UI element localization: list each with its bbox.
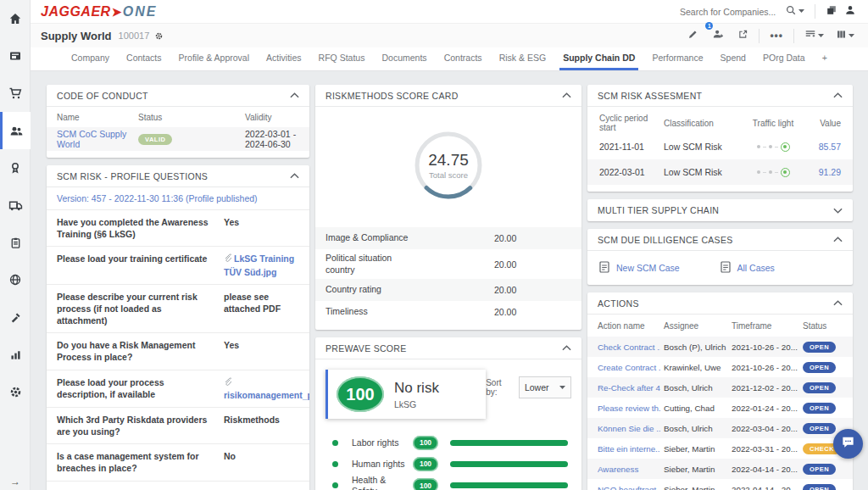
tab[interactable]: Spend — [717, 47, 749, 70]
tab[interactable]: Supply Chain DD — [559, 47, 638, 70]
collapse-chevron-icon[interactable] — [833, 300, 843, 306]
prewave-card: PREWAVE SCORE 100 No risk LkSG — [315, 337, 581, 490]
tab[interactable]: RFQ Status — [315, 47, 369, 70]
traffic-light-icon — [757, 142, 790, 152]
collapse-chevron-icon[interactable] — [562, 345, 571, 351]
collapse-chevron-icon[interactable] — [833, 92, 843, 98]
collapse-chevron-icon[interactable] — [290, 92, 299, 98]
assessment-value-link[interactable]: 91.29 — [806, 167, 841, 177]
column-validity: Validity — [245, 113, 299, 122]
category-label: Human rights — [352, 459, 413, 470]
chat-fab-button[interactable] — [833, 429, 863, 459]
sidebar-item-auctions[interactable] — [0, 298, 31, 336]
assign-user-button[interactable]: 1 — [709, 26, 727, 45]
answer-text: LkSG Training TÜV Süd.jpg — [224, 253, 294, 276]
title-gear-button[interactable] — [154, 31, 164, 41]
logo-one: ONE — [123, 4, 158, 19]
column-assignee: Assignee — [664, 321, 728, 331]
sort-select[interactable]: Lower — [519, 376, 571, 398]
collapse-chevron-icon[interactable] — [833, 237, 843, 242]
divider — [759, 29, 760, 43]
card-title: SCM RISK - PROFILE QUESTIONS — [57, 171, 208, 181]
cyclic-period: 2022-03-01 — [599, 167, 664, 177]
action-name-link[interactable]: Check Contract ... — [598, 342, 660, 352]
divider — [815, 4, 815, 19]
action-name-link[interactable]: Awareness — [598, 465, 660, 474]
score-row: Political situation country 20.00 — [315, 249, 581, 279]
assessment-value-link[interactable]: 85.57 — [806, 142, 841, 152]
action-name-link[interactable]: Re-Check after 4... — [598, 383, 660, 393]
expand-chevron-icon[interactable] — [833, 208, 843, 214]
case-link[interactable]: New SCM Case — [599, 261, 721, 275]
question-text: Have you completed the Awareness Trainin… — [57, 216, 214, 240]
tab[interactable]: Documents — [379, 47, 431, 70]
expand-sidebar-arrow[interactable]: → — [0, 476, 31, 487]
sidebar-item-dashboard[interactable] — [0, 37, 31, 75]
paperclip-icon — [224, 377, 231, 389]
coc-name-link[interactable]: SCM CoC Supply World — [57, 129, 138, 149]
collapse-chevron-icon[interactable] — [562, 92, 571, 98]
column-action-name: Action name — [598, 321, 660, 331]
tab-label: Company — [71, 53, 109, 63]
more-options-button[interactable]: ••• — [766, 28, 787, 43]
prewave-category-row: Labor rights 100 — [326, 432, 571, 453]
sidebar-item-contracts[interactable] — [0, 224, 31, 261]
category-score-bar — [450, 482, 568, 488]
chevron-down-icon — [798, 9, 804, 14]
tab[interactable]: Company — [68, 47, 113, 70]
tab[interactable]: Risk & ESG — [496, 47, 549, 70]
card-title: SCM DUE DILLIGENCE CASES — [598, 235, 733, 245]
pencil-icon — [687, 28, 698, 43]
question-text: Please describe your current risk proces… — [57, 291, 214, 327]
status-badge: OPEN — [803, 464, 836, 475]
card-title: ACTIONS — [598, 298, 639, 309]
collapse-chevron-icon[interactable] — [290, 173, 299, 179]
traffic-light-icon — [757, 168, 790, 177]
search-button[interactable] — [782, 3, 808, 21]
sidebar-item-logistics[interactable] — [0, 187, 31, 224]
sidebar-item-home[interactable] — [0, 0, 31, 37]
action-row: Check Contract ... Bosch (P), Ulrich 202… — [587, 337, 853, 357]
chat-bubble-icon — [841, 435, 855, 453]
card-title: PREWAVE SCORE — [326, 343, 407, 354]
tab[interactable]: Activities — [263, 47, 304, 70]
layout-menu-button[interactable] — [801, 26, 827, 45]
tab[interactable]: Contracts — [441, 47, 486, 70]
sidebar-item-settings[interactable] — [0, 373, 31, 410]
tab[interactable]: Profile & Approval — [175, 47, 253, 70]
action-name-link[interactable]: Bitte ein interne... — [598, 444, 660, 454]
tab[interactable]: Performance — [648, 47, 706, 70]
tab-label: Contacts — [126, 53, 161, 63]
right-column: SCM RISK ASSESMENT Cyclic period start C… — [587, 85, 853, 490]
tab[interactable]: POrg Data — [760, 47, 809, 70]
tab[interactable]: Contacts — [123, 47, 164, 70]
sidebar-item-global-sourcing[interactable] — [0, 261, 31, 298]
columns-view-button[interactable] — [832, 26, 858, 45]
profile-button[interactable] — [841, 3, 860, 21]
sidebar-item-suppliers[interactable] — [0, 112, 31, 149]
case-link[interactable]: All Cases — [721, 261, 842, 275]
award-icon — [8, 161, 22, 175]
tab-label: RFQ Status — [319, 53, 365, 63]
column-name: Name — [57, 113, 138, 122]
version-link[interactable]: Version: 457 - 2022-11-30 11:36 (Profile… — [57, 193, 258, 203]
question-row: Please describe your current risk proces… — [47, 285, 309, 334]
action-name-link[interactable]: Create Contract ... — [598, 363, 660, 372]
answer-text: please see attached PDF — [224, 292, 281, 314]
search-input[interactable] — [680, 7, 782, 17]
action-assignee: Bosch (P), Ulrich — [664, 342, 728, 352]
action-name-link[interactable]: Please review th... — [598, 404, 660, 413]
edit-button[interactable] — [684, 26, 702, 45]
apps-button[interactable] — [822, 3, 841, 21]
open-in-new-button[interactable] — [734, 26, 752, 45]
sidebar-item-analytics[interactable] — [0, 336, 31, 373]
action-assignee: Krawinkel, Uwe — [664, 363, 728, 372]
left-column: CODE OF CONDUCT Name Status Validity SCM… — [47, 85, 309, 490]
tab[interactable]: + — [819, 47, 831, 70]
sidebar-item-shopping[interactable] — [0, 75, 31, 112]
globe-icon — [8, 273, 22, 287]
action-name-link[interactable]: NGO beauftragt — [598, 485, 660, 490]
case-links: New SCM Case All Cases — [587, 251, 853, 285]
sidebar-item-quality[interactable] — [0, 149, 31, 187]
action-name-link[interactable]: Können Sie die ... — [598, 424, 660, 433]
